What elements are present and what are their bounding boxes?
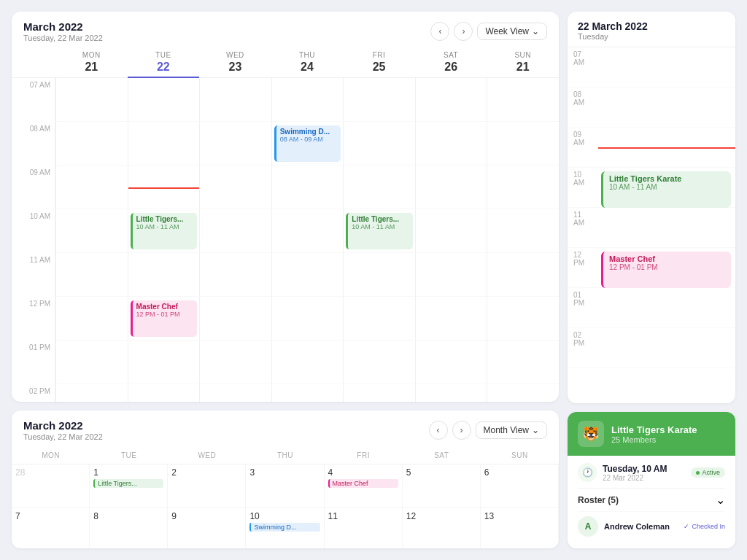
roster-avatar-0: A [578, 516, 598, 537]
roster-header[interactable]: Roster (5) ⌄ [578, 488, 725, 511]
month-cell-1-1[interactable]: 8 [90, 508, 168, 548]
week-cell-3-4[interactable]: Little Tigers...10 AM - 11 AM [343, 209, 415, 253]
week-day-num-0: 21 [57, 61, 126, 74]
week-cell-4-2[interactable] [199, 253, 271, 297]
week-cell-0-5[interactable] [415, 78, 487, 122]
week-cell-2-2[interactable] [199, 166, 271, 209]
week-cell-5-1[interactable]: Master Chef12 PM - 01 PM [128, 297, 200, 341]
week-cell-1-4[interactable] [343, 122, 415, 166]
day-time-content-3: Little Tigers Karate10 AM - 11 AM [598, 168, 735, 207]
week-cell-5-5[interactable] [415, 297, 487, 341]
week-cell-3-0[interactable] [55, 209, 128, 253]
week-cell-5-0[interactable] [55, 297, 128, 341]
ev-time: 10 AM - 11 AM [136, 223, 194, 230]
month-day-name-1: TUE [90, 447, 168, 464]
week-cell-3-5[interactable] [415, 209, 487, 253]
week-event-Little-Tigers...[interactable]: Little Tigers...10 AM - 11 AM [131, 213, 198, 249]
week-cell-3-3[interactable] [271, 209, 344, 253]
week-cell-4-5[interactable] [415, 253, 487, 297]
week-cell-6-6[interactable] [487, 341, 559, 384]
week-event-Master-Chef[interactable]: Master Chef12 PM - 01 PM [131, 300, 198, 337]
month-cell-0-2[interactable]: 2 [168, 464, 246, 508]
week-event-Little-Tigers...[interactable]: Little Tigers...10 AM - 11 AM [346, 213, 413, 249]
month-cell-0-5[interactable]: 5 [403, 464, 481, 508]
week-cell-0-0[interactable] [55, 78, 128, 122]
week-prev-button[interactable]: ‹ [430, 22, 449, 41]
week-cell-4-1[interactable] [128, 253, 200, 297]
week-cell-6-1[interactable] [128, 341, 200, 384]
week-cell-4-3[interactable] [271, 253, 344, 297]
week-cell-7-5[interactable] [415, 384, 487, 402]
month-cell-0-4[interactable]: 4Master Chef [325, 464, 403, 508]
week-cell-2-3[interactable] [271, 166, 344, 209]
month-cell-0-1[interactable]: 1Little Tigers... [90, 464, 168, 508]
week-cell-5-6[interactable] [487, 297, 559, 341]
month-cell-0-0[interactable]: 28 [12, 464, 90, 508]
week-cell-6-0[interactable] [55, 341, 128, 384]
month-event-Swimming-D...[interactable]: Swimming D... [249, 523, 320, 532]
week-cell-5-4[interactable] [343, 297, 415, 341]
week-cell-5-3[interactable] [271, 297, 344, 341]
month-next-button[interactable]: › [452, 421, 471, 440]
week-event-Swimming-D...[interactable]: Swimming D...08 AM - 09 AM [274, 125, 341, 162]
month-cell-1-5[interactable]: 12 [403, 508, 481, 548]
week-cell-6-2[interactable] [199, 341, 271, 384]
week-grid: MON 21 TUE 22 WED 23 THU 24 FRI 25 SAT 2… [12, 48, 559, 402]
week-cell-4-6[interactable] [487, 253, 559, 297]
week-cell-2-6[interactable] [487, 166, 559, 209]
week-view-header: March 2022 Tuesday, 22 Mar 2022 ‹ › Week… [12, 12, 559, 48]
week-cell-7-2[interactable] [199, 384, 271, 402]
week-day-header-6: SUN 21 [487, 48, 559, 78]
month-cell-0-3[interactable]: 3 [246, 464, 324, 508]
week-cell-0-3[interactable] [271, 78, 344, 122]
week-cell-0-2[interactable] [199, 78, 271, 122]
week-cell-2-1[interactable] [128, 166, 200, 209]
month-cell-1-4[interactable]: 11 [325, 508, 403, 548]
week-cell-4-4[interactable] [343, 253, 415, 297]
day-event-Master-Chef[interactable]: Master Chef12 PM - 01 PM [601, 252, 731, 288]
week-view-toggle[interactable]: Week View ⌄ [477, 23, 547, 40]
week-cell-1-1[interactable] [128, 122, 200, 166]
month-view-card: March 2022 Tuesday, 22 Mar 2022 ‹ › Mont… [12, 411, 559, 548]
week-cell-7-1[interactable] [128, 384, 200, 402]
day-event-Little-Tigers-Karate[interactable]: Little Tigers Karate10 AM - 11 AM [601, 171, 731, 208]
week-cell-3-1[interactable]: Little Tigers...10 AM - 11 AM [128, 209, 200, 253]
week-next-button[interactable]: › [454, 22, 473, 41]
week-cell-6-3[interactable] [271, 341, 344, 384]
week-cell-6-4[interactable] [343, 341, 415, 384]
month-date-num: 6 [484, 467, 554, 478]
week-cell-7-3[interactable] [271, 384, 344, 402]
week-cell-7-6[interactable] [487, 384, 559, 402]
week-cell-3-2[interactable] [199, 209, 271, 253]
week-cell-1-3[interactable]: Swimming D...08 AM - 09 AM [271, 122, 344, 166]
week-cell-1-2[interactable] [199, 122, 271, 166]
week-cell-2-0[interactable] [55, 166, 128, 209]
month-event-Master-Chef[interactable]: Master Chef [328, 479, 398, 488]
month-cell-1-3[interactable]: 10Swimming D... [246, 508, 324, 548]
week-cell-1-5[interactable] [415, 122, 487, 166]
week-cell-3-6[interactable] [487, 209, 559, 253]
week-cell-7-0[interactable] [55, 384, 128, 402]
week-cell-0-1[interactable] [128, 78, 200, 122]
month-view-toggle[interactable]: Month View ⌄ [476, 421, 547, 439]
month-cell-0-6[interactable]: 6 [481, 464, 559, 508]
month-cell-1-0[interactable]: 7 [12, 508, 90, 548]
week-cell-0-4[interactable] [343, 78, 415, 122]
week-cell-2-5[interactable] [415, 166, 487, 209]
week-cell-7-4[interactable] [343, 384, 415, 402]
week-day-num-4: 25 [344, 61, 414, 74]
ev-title: Swimming D... [280, 128, 338, 136]
current-time-line [128, 187, 200, 189]
week-cell-5-2[interactable] [199, 297, 271, 341]
week-day-header-5: SAT 26 [415, 48, 487, 78]
month-cell-1-6[interactable]: 13 [481, 508, 559, 548]
week-cell-4-0[interactable] [55, 253, 128, 297]
week-cell-0-6[interactable] [487, 78, 559, 122]
week-cell-6-5[interactable] [415, 341, 487, 384]
month-prev-button[interactable]: ‹ [429, 421, 448, 440]
week-cell-1-0[interactable] [55, 122, 128, 166]
week-cell-2-4[interactable] [343, 166, 415, 209]
week-cell-1-6[interactable] [487, 122, 559, 166]
month-event-Little-Tigers...[interactable]: Little Tigers... [93, 479, 163, 488]
month-cell-1-2[interactable]: 9 [168, 508, 246, 548]
